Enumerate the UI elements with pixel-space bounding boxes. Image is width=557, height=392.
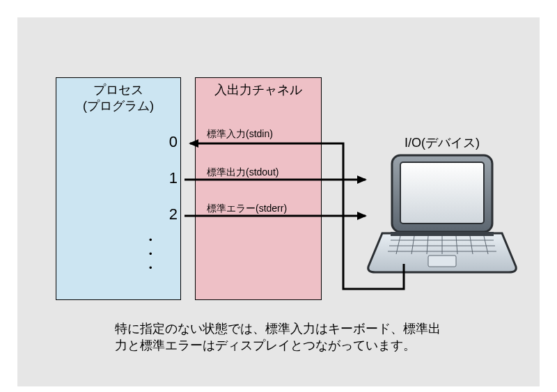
fd-1: 1 bbox=[150, 169, 178, 187]
channel-box: 入出力チャネル bbox=[195, 77, 322, 300]
caption-text: 特に指定のない状態では、標準入力はキーボード、標準出力と標準エラーはディスプレイ… bbox=[115, 320, 449, 354]
label-stderr: 標準エラー(stderr) bbox=[207, 203, 287, 215]
fd-dots: ・ ・ ・ bbox=[143, 233, 157, 274]
label-stdin: 標準入力(stdin) bbox=[207, 128, 273, 141]
laptop-icon bbox=[366, 151, 519, 279]
process-title-line2: (プログラム) bbox=[83, 99, 154, 113]
label-stdout: 標準出力(stdout) bbox=[207, 166, 278, 179]
process-title: プロセス (プログラム) bbox=[56, 82, 180, 115]
process-title-line1: プロセス bbox=[93, 83, 143, 97]
channel-title: 入出力チャネル bbox=[196, 82, 321, 98]
svg-rect-1 bbox=[400, 162, 484, 224]
fd-2: 2 bbox=[150, 205, 178, 224]
io-device-title: I/O(デバイス) bbox=[372, 134, 512, 151]
svg-rect-2 bbox=[391, 232, 494, 236]
process-box: プロセス (プログラム) bbox=[56, 77, 181, 300]
svg-rect-13 bbox=[428, 256, 456, 267]
fd-0: 0 bbox=[150, 133, 178, 151]
diagram-canvas: プロセス (プログラム) 入出力チャネル 0 1 2 ・ ・ ・ 標準入力(st… bbox=[17, 17, 540, 386]
